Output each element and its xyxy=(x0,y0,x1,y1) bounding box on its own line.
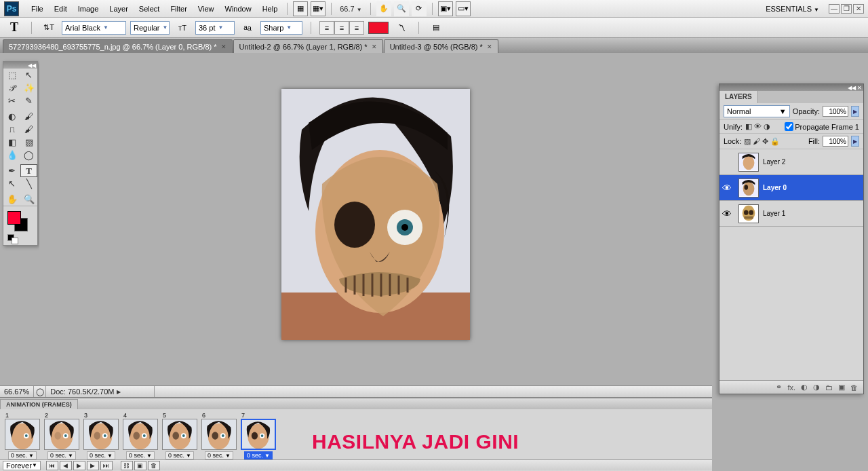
eyedropper-tool[interactable]: ✎ xyxy=(20,94,37,107)
launch-bridge-button[interactable]: ▦ xyxy=(293,1,308,16)
loop-select[interactable]: Forever ▼ xyxy=(3,461,41,470)
font-family-select[interactable]: Arial Black▼ xyxy=(62,21,126,35)
frame-delay[interactable]: 0 sec.▼ xyxy=(165,451,194,459)
blur-tool[interactable]: 💧 xyxy=(3,149,20,162)
align-right-button[interactable]: ≡ xyxy=(349,21,364,35)
warp-text-button[interactable]: 〽 xyxy=(393,19,410,37)
fill-flyout-button[interactable]: ▶ xyxy=(851,136,859,147)
next-frame-button[interactable]: ▶ xyxy=(87,461,99,470)
close-tab-icon[interactable]: ✕ xyxy=(372,43,377,50)
unify-position-icon[interactable]: ◧ xyxy=(745,122,752,131)
shape-tool[interactable]: ╲ xyxy=(20,177,37,190)
gradient-tool[interactable]: ▨ xyxy=(20,136,37,149)
close-button[interactable]: ✕ xyxy=(853,4,864,14)
frame-thumbnail[interactable] xyxy=(83,419,119,450)
frame-delay[interactable]: 0 sec.▼ xyxy=(47,451,76,459)
layer-thumbnail[interactable] xyxy=(738,204,759,223)
path-selection-tool[interactable]: ↖ xyxy=(3,177,20,190)
animation-frame[interactable]: 3 0 sec.▼ xyxy=(83,412,119,459)
menu-view[interactable]: View xyxy=(193,2,220,16)
animation-frame[interactable]: 1 0 sec.▼ xyxy=(4,412,41,459)
propagate-frame-checkbox[interactable]: Propagate Frame 1 xyxy=(785,122,859,131)
layer-visibility-toggle[interactable]: 👁 xyxy=(719,183,734,193)
hand-tool-icon[interactable]: ✋ xyxy=(376,1,391,16)
menu-image[interactable]: Image xyxy=(73,2,104,16)
animation-frame[interactable]: 7 0 sec.▼ xyxy=(240,412,277,459)
frame-delay[interactable]: 0 sec.▼ xyxy=(126,451,155,459)
brush-tool[interactable]: 🖌 xyxy=(20,110,37,123)
layer-visibility-toggle[interactable]: 👁 xyxy=(719,208,734,219)
last-frame-button[interactable]: ⏭ xyxy=(100,461,113,470)
animation-frame[interactable]: 2 0 sec.▼ xyxy=(43,412,80,459)
animation-panel-title[interactable]: ANIMATION (FRAMES) xyxy=(0,399,78,409)
hand-tool[interactable]: ✋ xyxy=(3,193,20,206)
frame-delay[interactable]: 0 sec.▼ xyxy=(205,451,233,459)
tween-button[interactable]: ⛓ xyxy=(121,461,133,470)
menu-help[interactable]: Help xyxy=(257,2,283,16)
lock-image-icon[interactable]: 🖌 xyxy=(753,137,760,146)
doc-info-field[interactable]: Doc: 760.5K/2.70M▶ xyxy=(46,386,155,397)
animation-frame[interactable]: 6 0 sec.▼ xyxy=(201,412,237,459)
dodge-tool[interactable]: ◯ xyxy=(20,149,37,162)
document-canvas[interactable] xyxy=(281,89,470,340)
history-brush-tool[interactable]: 🖌 xyxy=(20,123,37,136)
menu-layer[interactable]: Layer xyxy=(104,2,134,16)
frame-thumbnail[interactable] xyxy=(201,419,237,450)
layer-name[interactable]: Layer 2 xyxy=(763,158,785,166)
lock-all-icon[interactable]: 🔒 xyxy=(770,137,780,146)
first-frame-button[interactable]: ⏮ xyxy=(46,461,58,470)
adjustment-layer-button[interactable]: ◑ xyxy=(813,383,820,392)
new-layer-button[interactable]: ▣ xyxy=(838,383,845,392)
close-tab-icon[interactable]: ✕ xyxy=(221,43,226,50)
menu-edit[interactable]: Edit xyxy=(49,2,73,16)
layer-thumbnail[interactable] xyxy=(738,153,759,172)
align-center-button[interactable]: ≡ xyxy=(334,21,349,35)
color-swatches[interactable] xyxy=(3,208,37,234)
layer-name[interactable]: Layer 0 xyxy=(763,184,787,191)
delete-layer-button[interactable]: 🗑 xyxy=(850,383,858,392)
eraser-tool[interactable]: ◧ xyxy=(3,136,20,149)
menu-filter[interactable]: Filter xyxy=(165,2,192,16)
prev-frame-button[interactable]: ◀ xyxy=(60,461,72,470)
font-style-select[interactable]: Regular▼ xyxy=(130,21,170,35)
lock-transparent-icon[interactable]: ▨ xyxy=(744,137,751,146)
frame-delay[interactable]: 0 sec.▼ xyxy=(87,451,115,459)
zoom-field[interactable]: 66.67% xyxy=(0,386,34,397)
type-tool[interactable]: T xyxy=(20,164,37,177)
text-orientation-button[interactable]: ⇅T xyxy=(40,19,58,37)
layer-item[interactable]: Layer 2 xyxy=(719,149,863,175)
panel-collapse-bar[interactable]: ◀◀ ✕ xyxy=(719,84,863,91)
pen-tool[interactable]: ✒ xyxy=(3,164,20,177)
document-tab[interactable]: Untitled-2 @ 66.7% (Layer 1, RGB/8) *✕ xyxy=(233,39,383,53)
frame-thumbnail[interactable] xyxy=(44,419,79,450)
close-tab-icon[interactable]: ✕ xyxy=(487,43,492,50)
zoom-level-display[interactable]: 66.7 ▼ xyxy=(340,5,361,13)
foreground-color-swatch[interactable] xyxy=(7,211,21,225)
layer-mask-button[interactable]: ◐ xyxy=(801,383,808,392)
tools-panel-header[interactable]: ◀◀ xyxy=(3,62,37,69)
lock-position-icon[interactable]: ✥ xyxy=(762,137,768,146)
blend-mode-select[interactable]: Normal▼ xyxy=(724,105,790,117)
healing-brush-tool[interactable]: ◐ xyxy=(3,110,20,123)
opacity-input[interactable] xyxy=(823,106,848,117)
frame-delay[interactable]: 0 sec.▼ xyxy=(8,451,37,459)
zoom-tool-icon[interactable]: 🔍 xyxy=(394,1,409,16)
clone-stamp-tool[interactable]: ⎍ xyxy=(3,123,20,136)
menu-select[interactable]: Select xyxy=(134,2,165,16)
new-frame-button[interactable]: ▣ xyxy=(134,461,146,470)
document-tab[interactable]: 572793936480_693755775_n.jpg @ 66.7% (La… xyxy=(3,39,233,53)
screen-mode-button[interactable]: ▭▾ xyxy=(456,1,471,16)
layer-item[interactable]: 👁 Layer 1 xyxy=(719,201,863,227)
frame-delay[interactable]: 0 sec.▼ xyxy=(244,451,273,459)
zoom-tool[interactable]: 🔍 xyxy=(20,193,37,206)
play-button[interactable]: ▶ xyxy=(73,461,85,470)
marquee-tool[interactable]: ↖ xyxy=(20,69,37,81)
antialias-select[interactable]: Sharp▼ xyxy=(260,21,302,35)
font-size-select[interactable]: 36 pt▼ xyxy=(195,21,235,35)
document-tab[interactable]: Untitled-3 @ 50% (RGB/8) *✕ xyxy=(384,39,498,53)
minimize-button[interactable]: — xyxy=(829,4,840,14)
rotate-view-icon[interactable]: ⟳ xyxy=(412,1,427,16)
crop-tool[interactable]: ✂ xyxy=(3,94,20,107)
frame-thumbnail[interactable] xyxy=(241,419,276,450)
frame-thumbnail[interactable] xyxy=(123,419,158,450)
